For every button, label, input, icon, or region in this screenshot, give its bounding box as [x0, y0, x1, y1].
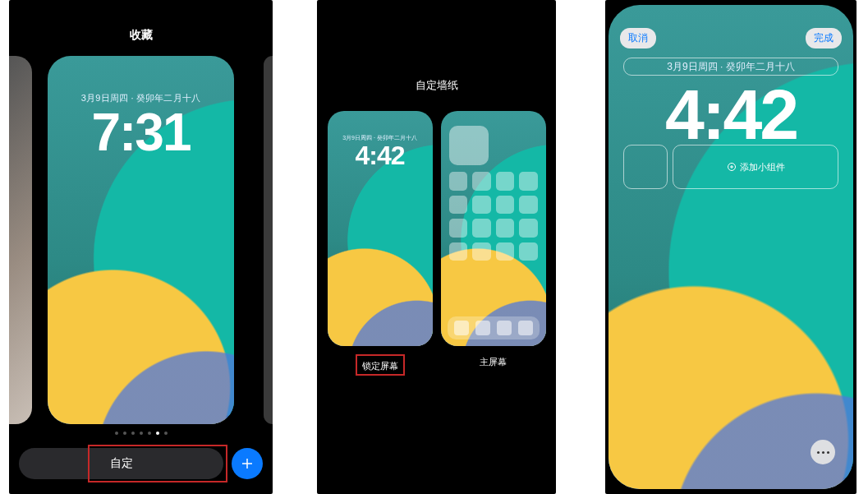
- app-icon: [519, 219, 538, 238]
- app-icon: [496, 242, 515, 261]
- app-icon: [519, 242, 538, 261]
- add-widget-label: 添加小组件: [740, 161, 785, 173]
- add-wallpaper-button[interactable]: [232, 448, 263, 479]
- ellipsis-dot: [827, 451, 829, 454]
- app-icon: [496, 196, 515, 215]
- app-icon: [449, 172, 468, 191]
- ellipsis-dot: [822, 451, 824, 454]
- edit-lockscreen-screen: 取消 完成 3月9日周四 · 癸卯年二月十八 4:42 添加小组件: [605, 0, 857, 494]
- app-icon: [497, 321, 512, 335]
- app-icon: [472, 219, 491, 238]
- customize-title: 自定墙纸: [317, 78, 556, 93]
- home-screen-preview: [441, 111, 546, 346]
- lock-time-label: 7:31: [48, 106, 234, 159]
- app-icon: [472, 242, 491, 261]
- page-dot: [164, 432, 168, 435]
- app-icon: [496, 219, 515, 238]
- lock-time-label: 4:42: [328, 142, 433, 169]
- ellipsis-dot: [817, 451, 820, 454]
- dock: [448, 316, 540, 339]
- page-indicator: [9, 423, 273, 438]
- add-widget-slot[interactable]: 添加小组件: [673, 145, 838, 189]
- done-button[interactable]: 完成: [806, 28, 842, 48]
- app-icon: [519, 196, 538, 215]
- cancel-button[interactable]: 取消: [620, 28, 656, 48]
- customize-button[interactable]: 自定: [19, 448, 223, 479]
- time-widget-slot[interactable]: 4:42: [609, 79, 853, 150]
- app-icon: [472, 172, 491, 191]
- app-icon: [454, 321, 469, 335]
- page-dot: [148, 432, 151, 435]
- page-dot: [140, 432, 143, 435]
- app-icon: [449, 196, 468, 215]
- lock-date-label: 3月9日周四 · 癸卯年二月十八: [667, 60, 794, 74]
- more-options-button[interactable]: [811, 440, 835, 464]
- home-screen-label: 主屏幕: [441, 356, 546, 368]
- app-icon: [449, 242, 468, 261]
- page-dot: [156, 432, 159, 435]
- app-icon: [518, 321, 533, 335]
- page-dot: [131, 432, 135, 435]
- customize-wallpaper-screen: 自定墙纸 3月9日周四 · 癸卯年二月十八 4:42 锁定屏幕: [317, 0, 556, 494]
- lock-screen-option[interactable]: 3月9日周四 · 癸卯年二月十八 4:42 锁定屏幕: [328, 111, 433, 376]
- app-icon: [475, 321, 490, 335]
- wallpaper-gallery-screen: 收藏 3月9日周四 · 癸卯年二月十八 7:31 自定: [9, 0, 273, 494]
- current-wallpaper-card[interactable]: 3月9日周四 · 癸卯年二月十八 7:31: [48, 56, 234, 424]
- app-icon: [472, 196, 491, 215]
- highlight-box-lockscreen: 锁定屏幕: [356, 354, 405, 376]
- app-icon: [496, 172, 515, 191]
- app-icon: [449, 219, 468, 238]
- page-dot: [123, 432, 126, 435]
- widget-icon: [449, 126, 489, 165]
- widget-slot-square[interactable]: [623, 145, 668, 189]
- page-dot: [115, 432, 118, 435]
- prev-wallpaper-peek[interactable]: [9, 56, 32, 424]
- plus-circle-icon: [727, 162, 737, 172]
- app-icon: [519, 172, 538, 191]
- plus-icon: [240, 456, 255, 471]
- date-widget-slot[interactable]: 3月9日周四 · 癸卯年二月十八: [623, 58, 838, 76]
- home-screen-option[interactable]: 主屏幕: [441, 111, 546, 376]
- gallery-title: 收藏: [9, 28, 273, 43]
- lock-screen-label: 锁定屏幕: [362, 361, 398, 371]
- next-wallpaper-peek[interactable]: [264, 56, 273, 424]
